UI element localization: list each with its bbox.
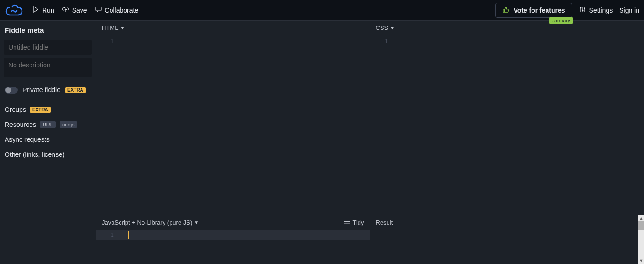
thumbs-up-icon — [502, 6, 509, 15]
result-pane-header: Result — [370, 215, 644, 229]
result-pane-label: Result — [376, 219, 393, 226]
caret-down-icon: ▼ — [120, 25, 125, 30]
run-button[interactable]: Run — [32, 6, 54, 15]
js-pane-header[interactable]: JavaScript + No-Library (pure JS) ▼ Tidy — [96, 215, 370, 229]
sidebar-item-resources[interactable]: Resources URL cdnjs — [4, 121, 92, 128]
css-pane-header[interactable]: CSS ▼ — [370, 21, 644, 35]
url-badge: URL — [40, 121, 56, 128]
tidy-icon — [344, 219, 350, 226]
title-input[interactable] — [4, 40, 92, 55]
vote-label: Vote for features — [513, 7, 565, 14]
sidebar-item-async[interactable]: Async requests — [4, 136, 92, 143]
description-input[interactable] — [4, 58, 92, 77]
svg-point-1 — [580, 7, 581, 9]
signin-button[interactable]: Sign in — [619, 7, 639, 14]
save-button[interactable]: Save — [62, 6, 87, 15]
sidebar-item-other[interactable]: Other (links, license) — [4, 151, 92, 158]
extra-badge: EXTRA — [30, 107, 51, 113]
sliders-icon — [579, 6, 586, 15]
svg-point-3 — [584, 8, 585, 9]
scroll-up-icon[interactable]: ▲ — [638, 215, 644, 221]
async-label: Async requests — [5, 136, 50, 143]
signin-label: Sign in — [619, 7, 639, 14]
caret-down-icon: ▼ — [194, 220, 199, 225]
resources-label: Resources — [5, 121, 36, 128]
css-pane-label: CSS — [376, 24, 389, 31]
js-pane: JavaScript + No-Library (pure JS) ▼ Tidy… — [96, 215, 370, 264]
fiddle-meta-heading: Fiddle meta — [4, 26, 92, 34]
line-number: 1 — [370, 37, 393, 215]
logo[interactable] — [5, 4, 23, 17]
scroll-down-icon[interactable]: ▼ — [638, 258, 644, 264]
tidy-button[interactable]: Tidy — [344, 219, 364, 226]
groups-label: Groups — [5, 106, 26, 113]
cdnjs-badge: cdnjs — [60, 121, 77, 128]
scrollbar[interactable]: ▲ ▼ — [638, 215, 644, 264]
private-label: Private fiddle — [22, 86, 60, 94]
css-pane: CSS ▼ 1 — [370, 21, 644, 215]
collaborate-button[interactable]: Collaborate — [95, 6, 139, 15]
text-cursor — [128, 231, 129, 239]
css-editor[interactable]: 1 — [370, 35, 644, 215]
extra-badge: EXTRA — [65, 87, 86, 93]
line-number: 1 — [96, 37, 119, 215]
chat-icon — [95, 6, 102, 15]
other-label: Other (links, license) — [5, 151, 65, 158]
private-toggle[interactable] — [5, 87, 18, 94]
play-icon — [32, 6, 39, 15]
caret-down-icon: ▼ — [390, 25, 395, 30]
run-label: Run — [42, 7, 54, 14]
html-editor[interactable]: 1 — [96, 35, 370, 215]
result-pane: Result ▲ ▼ — [370, 215, 644, 264]
line-number: 1 — [96, 230, 119, 240]
editor-grid: HTML ▼ 1 CSS ▼ 1 JavaScript + No-Library… — [96, 21, 644, 264]
settings-button[interactable]: Settings — [579, 6, 613, 15]
js-pane-label: JavaScript + No-Library (pure JS) — [102, 219, 192, 226]
settings-label: Settings — [589, 7, 613, 14]
svg-point-2 — [582, 10, 583, 11]
scrollbar-thumb[interactable] — [638, 221, 644, 230]
svg-rect-0 — [96, 7, 101, 11]
tidy-label: Tidy — [352, 219, 364, 226]
collaborate-label: Collaborate — [105, 7, 139, 14]
vote-button[interactable]: Vote for features January — [495, 3, 572, 18]
html-pane: HTML ▼ 1 — [96, 21, 370, 215]
sidebar: Fiddle meta Private fiddle EXTRA Groups … — [0, 21, 96, 264]
html-pane-header[interactable]: HTML ▼ — [96, 21, 370, 35]
cloud-up-icon — [62, 6, 69, 15]
save-label: Save — [72, 7, 87, 14]
js-editor[interactable]: 1 — [96, 229, 370, 264]
sidebar-item-groups[interactable]: Groups EXTRA — [4, 106, 92, 113]
topbar: Run Save Collaborate Vote for features J… — [0, 0, 644, 21]
vote-badge: January — [549, 17, 573, 24]
html-pane-label: HTML — [102, 24, 118, 31]
